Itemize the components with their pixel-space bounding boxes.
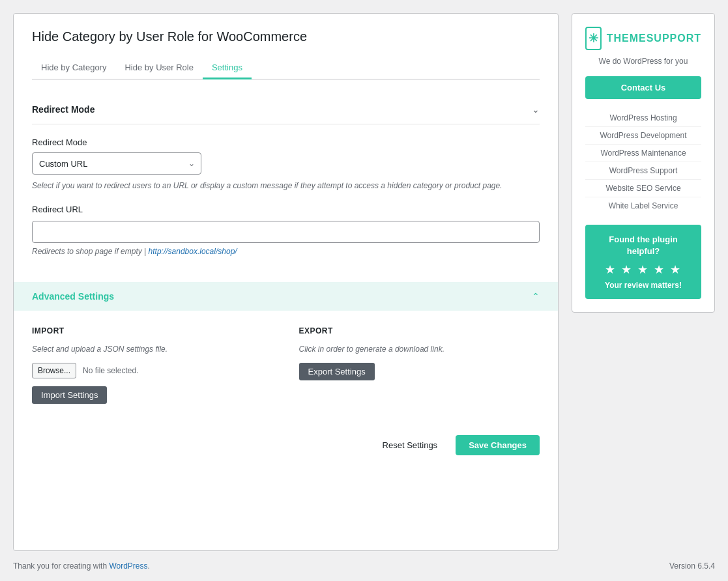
sidebar-link-hosting[interactable]: WordPress Hosting [585,109,701,127]
redirect-mode-section-header[interactable]: Redirect Mode ⌄ [32,95,540,124]
tab-hide-by-category[interactable]: Hide by Category [32,57,115,79]
advanced-settings-chevron-icon: ⌃ [532,291,540,302]
import-settings-button[interactable]: Import Settings [32,386,107,404]
tab-settings[interactable]: Settings [203,57,252,79]
no-file-label: No file selected. [83,366,138,375]
advanced-settings-title: Advanced Settings [32,291,114,302]
review-title: Found the plugin helpful? [594,234,692,257]
save-changes-button[interactable]: Save Changes [456,435,540,455]
redirect-mode-content: Redirect Mode Custom URL Custom Message … [32,124,540,282]
advanced-settings-section: Advanced Settings ⌃ IMPORT Select and up… [14,282,558,419]
redirect-help-prefix: Redirects to shop page if empty | [32,247,149,256]
redirect-mode-label: Redirect Mode [32,137,540,147]
contact-us-button[interactable]: Contact Us [585,76,701,99]
review-stars: ★ ★ ★ ★ ★ [594,262,692,277]
sidebar-link-white-label[interactable]: White Label Service [585,197,701,214]
redirect-mode-chevron-icon: ⌄ [532,104,540,115]
page-footer: Thank you for creating with WordPress. V… [0,551,728,581]
import-title: IMPORT [32,326,273,335]
sidebar-link-development[interactable]: WordPress Development [585,127,701,145]
export-help-text: Click in order to generate a download li… [299,343,540,355]
import-help-text: Select and upload a JSON settings file. [32,343,273,355]
page-title: Hide Category by User Role for WooCommer… [32,29,540,44]
reset-settings-button[interactable]: Reset Settings [372,435,448,455]
import-column: IMPORT Select and upload a JSON settings… [32,326,273,404]
sidebar-link-seo[interactable]: Website SEO Service [585,180,701,197]
form-footer: Reset Settings Save Changes [32,419,540,455]
review-subtitle: Your review matters! [594,281,692,290]
export-settings-button[interactable]: Export Settings [299,363,375,380]
brand-name-part2: SUPPORT [647,33,701,44]
redirect-mode-select[interactable]: Custom URL Custom Message Shop Page Home… [32,152,201,175]
redirect-url-input[interactable] [32,221,540,243]
right-sidebar: ✳ THEMESUPPORT We do WordPress for you C… [572,13,715,551]
sidebar-link-support[interactable]: WordPress Support [585,162,701,180]
redirect-url-label: Redirect URL [32,205,540,214]
redirect-mode-field-group: Redirect Mode Custom URL Custom Message … [32,137,540,191]
redirect-shop-link[interactable]: http://sandbox.local/shop/ [149,247,237,256]
redirect-mode-title: Redirect Mode [32,104,95,115]
advanced-settings-header[interactable]: Advanced Settings ⌃ [14,282,558,311]
export-title: EXPORT [299,326,540,335]
advanced-settings-content: IMPORT Select and upload a JSON settings… [14,311,558,419]
brand-name: THEMESUPPORT [607,33,701,44]
footer-credit-suffix: . [148,561,150,571]
sidebar-link-maintenance[interactable]: WordPress Maintenance [585,145,701,162]
version-label: Version 6.5.4 [669,561,715,571]
sidebar-links-list: WordPress Hosting WordPress Development … [585,109,701,214]
footer-credit-text: Thank you for creating with [13,561,109,571]
redirect-mode-help-text: Select if you want to redirect users to … [32,180,540,191]
redirect-mode-select-wrapper: Custom URL Custom Message Shop Page Home… [32,152,201,175]
export-column: EXPORT Click in order to generate a down… [299,326,540,404]
redirect-url-help: Redirects to shop page if empty | http:/… [32,247,540,256]
tabs-nav: Hide by Category Hide by User Role Setti… [32,57,540,79]
file-input-row: Browse... No file selected. [32,363,273,378]
brand-tagline: We do WordPress for you [585,57,701,66]
browse-button[interactable]: Browse... [32,363,76,378]
import-export-container: IMPORT Select and upload a JSON settings… [32,326,540,404]
main-panel: Hide Category by User Role for WooCommer… [13,13,559,551]
brand-header: ✳ THEMESUPPORT [585,27,701,50]
review-box: Found the plugin helpful? ★ ★ ★ ★ ★ Your… [585,225,701,299]
tab-hide-by-user-role[interactable]: Hide by User Role [115,57,203,79]
footer-credit: Thank you for creating with WordPress. [13,561,150,571]
brand-icon: ✳ [585,27,602,50]
brand-name-part1: THEME [607,33,647,44]
wordpress-link[interactable]: WordPress [109,561,147,571]
sidebar-card: ✳ THEMESUPPORT We do WordPress for you C… [572,13,715,313]
redirect-url-field-group: Redirect URL Redirects to shop page if e… [32,205,540,256]
